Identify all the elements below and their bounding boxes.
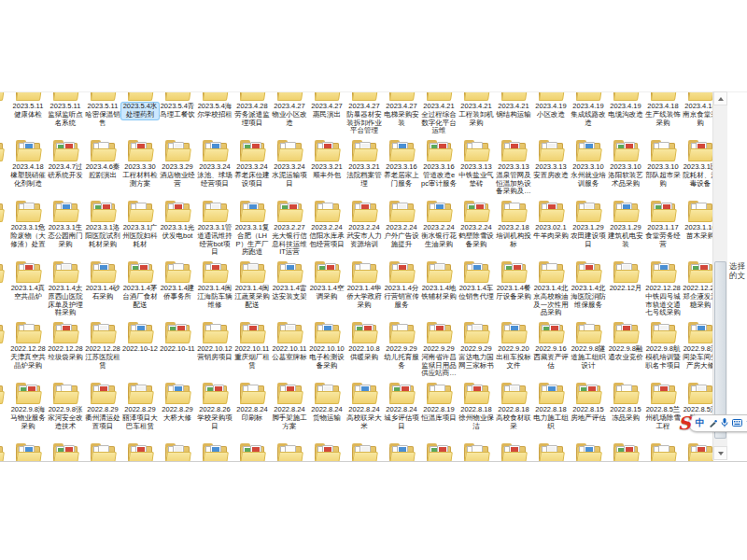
folder-item[interactable]: 2023.4.18橡塑脱硝催化剂制造 xyxy=(9,138,47,199)
folder-item[interactable]: 2023.3.24水泥运输项目 xyxy=(271,138,308,199)
folder-item[interactable]: 2023.1.4空调采购 xyxy=(308,259,345,320)
folder-item[interactable]: 2023.2.27光大银行信息科技运维IT运营 xyxy=(271,199,308,259)
folder-item[interactable]: 2022.10.11重庆烟厂租赁 xyxy=(233,320,271,381)
folder-item[interactable]: 2022.9.8海马物业服务采购 xyxy=(9,381,47,441)
folder-item[interactable]: 2023.1.4建侨事务所 xyxy=(159,259,196,320)
folder-item[interactable]: 2023.3.13中铁盐业气垫砖 xyxy=(458,138,495,199)
folder-item[interactable]: 2023.5.11哈密保温销售 xyxy=(84,91,121,138)
folder-item[interactable] xyxy=(196,441,233,462)
folder-item[interactable]: 2022.10.12营销房项目 xyxy=(196,320,233,381)
folder-item[interactable]: 2023.1.4闽江海防车辆维修 xyxy=(196,259,233,320)
folder-item[interactable]: 2022.9.20出租车投标文件 xyxy=(495,320,532,381)
folder-item[interactable]: 2023.5.4水处理药剂 xyxy=(121,91,159,138)
folder-item[interactable]: 2023.4.19小区改造 xyxy=(532,91,570,138)
folder-item[interactable] xyxy=(458,441,495,462)
keyboard-icon[interactable] xyxy=(732,419,742,427)
folder-item[interactable] xyxy=(383,441,420,462)
folder-item[interactable]: 2023.3.10部队超市采购 xyxy=(644,138,682,199)
folder-item[interactable]: 2022.12.28垃圾袋采购 xyxy=(47,320,84,381)
folder-item[interactable] xyxy=(47,441,84,462)
folder-item[interactable]: 2023.5.11监狱监听点名系统 xyxy=(47,91,84,138)
folder-item[interactable]: 2023.1.4真空共晶炉 xyxy=(9,259,47,320)
folder-item[interactable]: 2023.1.4砂石采购 xyxy=(84,259,121,320)
folder-item[interactable] xyxy=(0,441,9,462)
folder-item[interactable]: 2022.10.10电子检测设备采购 xyxy=(308,320,345,381)
folder-item[interactable]: 2023.1.29建筑机电安装 xyxy=(607,199,644,259)
folder-item[interactable] xyxy=(159,441,196,462)
folder-item[interactable] xyxy=(84,441,121,462)
folder-item[interactable] xyxy=(0,320,9,381)
scroll-down-button[interactable] xyxy=(713,446,727,460)
folder-item[interactable]: 2022.9.8航模机培训暨职名卡项目 xyxy=(644,320,682,381)
folder-item[interactable] xyxy=(308,441,345,462)
folder-item[interactable]: 2022.8.26学校采购项目 xyxy=(196,381,233,441)
folder-item[interactable]: 2023.2.24户外广告设施提升 xyxy=(383,199,420,259)
folder-item[interactable]: 2022.8.24印刷标 xyxy=(233,381,271,441)
folder-item[interactable]: 2022.8.29衢州清运处置项目 xyxy=(84,381,121,441)
folder-item[interactable]: 2022.9.16西藏资产评估 xyxy=(532,320,570,381)
folder-item[interactable]: 2023.1.4地铁辅材采购 xyxy=(420,259,458,320)
folder-item[interactable]: 2023.4.21工程装卸机采购 xyxy=(458,91,495,138)
folder-item[interactable] xyxy=(570,441,607,462)
folder-item[interactable]: 2023.4.18生产线装饰采购 xyxy=(644,91,682,138)
folder-item[interactable]: 2023.1.4雷达安装支架 xyxy=(271,259,308,320)
folder-item[interactable]: 2023.02.1牛羊肉采购 xyxy=(532,199,570,259)
folder-item[interactable] xyxy=(532,441,570,462)
folder-item[interactable]: 2023.3.1管道通讯维持经营bot项目 xyxy=(196,199,233,259)
ime-language-bar[interactable]: S 中 xyxy=(678,413,747,433)
vertical-scrollbar[interactable] xyxy=(712,91,727,460)
folder-item[interactable] xyxy=(420,441,458,462)
folder-item[interactable]: 2023.4.19电缆沟改造 xyxy=(607,91,644,138)
folder-item[interactable]: 2023.3.13安置房改造 xyxy=(532,138,570,199)
folder-item[interactable]: 2023.3.21顺丰外包 xyxy=(308,138,345,199)
folder-item[interactable]: 2023.1.29农田建设项目 xyxy=(570,199,607,259)
folder-item[interactable]: 2022.8.24高校联采大米 xyxy=(345,381,383,441)
folder-item[interactable]: 2023.1.4北京高校粮油及一次性用品采购 xyxy=(532,259,570,320)
folder-item[interactable]: 2023.2.24武安市人力资源培训 xyxy=(345,199,383,259)
folder-item[interactable]: 2023.3.16养老居家上门服务 xyxy=(383,138,420,199)
folder-item[interactable]: 2023.4.28劳务派遣监理项目 xyxy=(233,91,271,138)
folder-item[interactable]: 2022.8.24货物运输 xyxy=(308,381,345,441)
folder-item[interactable]: 2023.1.4闽江蔬菜采购配送 xyxy=(233,259,271,320)
folder-item[interactable]: 2022.12.28中铁四号城市轨道交通七号线采购 xyxy=(644,259,682,320)
folder-item[interactable]: 2023.1.17食堂劳务经营 xyxy=(644,199,682,259)
folder-item[interactable]: 2023.4.6秦腔剧演出 xyxy=(84,138,121,199)
folder-item[interactable]: 2023.3.13温泉管网及恒温加热设备采购及… xyxy=(495,138,532,199)
pen-icon[interactable] xyxy=(709,419,717,427)
folder-item[interactable]: 2022.8.29大桥大修 xyxy=(159,381,196,441)
folder-item[interactable]: 2023.3.24泳池、球场经营项目 xyxy=(196,138,233,199)
folder-item[interactable] xyxy=(0,91,9,138)
folder-item[interactable]: 2023.2.24衡水银行花生油采购 xyxy=(420,199,458,259)
folder-item[interactable]: 2023.1.4太原西山医院床单及护理鞋采购 xyxy=(47,259,84,320)
folder-item[interactable] xyxy=(607,441,644,462)
folder-item[interactable]: 2023.3.16管道改造epc审计服务 xyxy=(420,138,458,199)
folder-item[interactable]: 2023.5.11健康体检 xyxy=(9,91,47,138)
folder-item[interactable]: 2022.12月 xyxy=(607,259,644,320)
folder-item[interactable]: 2023.4.27物业小区改造 xyxy=(271,91,308,138)
folder-item[interactable]: 2022.8.24城乡评估项目 xyxy=(383,381,420,441)
folder-item[interactable]: 2023.2.18培训机构投标 xyxy=(495,199,532,259)
folder-item[interactable] xyxy=(9,441,47,462)
folder-item[interactable]: 2023.4.21全过程综合数字化平台运维 xyxy=(420,91,458,138)
folder-item[interactable]: 2023.4.7过磅系统开发 xyxy=(47,138,84,199)
folder-item[interactable] xyxy=(0,381,9,441)
folder-item[interactable]: 2023.3.10永州就业培训服务 xyxy=(570,138,607,199)
folder-item[interactable] xyxy=(0,138,9,199)
folder-item[interactable]: 2023.2.24鹤壁除雪设备采购 xyxy=(458,199,495,259)
folder-item[interactable]: 2023.3.1复合肥（LHP）生产厂房跑道 xyxy=(233,199,271,259)
folder-item[interactable]: 2022.10.11公墓室牌标 xyxy=(271,320,308,381)
microphone-icon[interactable] xyxy=(721,418,728,427)
folder-item[interactable]: 2022.8.15冻品采购 xyxy=(607,381,644,441)
folder-item[interactable]: 2023.3.1危险废物（大修渣）处置 xyxy=(9,199,47,259)
folder-item[interactable]: 2022.8.15房地产评估 xyxy=(570,381,607,441)
folder-item[interactable]: 2023.3.29酒店物业经营 xyxy=(159,138,196,199)
folder-item[interactable]: 2022.9.8张家河安全改造技术 xyxy=(47,381,84,441)
folder-item[interactable]: 2023.3.1广州医院妇科耗材 xyxy=(121,199,159,259)
folder-item[interactable]: 2022.8.18高校食材联采 xyxy=(495,381,532,441)
folder-item[interactable]: 2023.3.1生态公园南门采购 xyxy=(47,199,84,259)
folder-item[interactable]: 2022.8.18徐州物业保洁 xyxy=(458,381,495,441)
folder-item[interactable] xyxy=(644,441,682,462)
scroll-up-button[interactable] xyxy=(713,91,727,105)
folder-item[interactable] xyxy=(0,199,9,259)
folder-item[interactable]: 2022.9.8融通农业竞价 xyxy=(607,320,644,381)
